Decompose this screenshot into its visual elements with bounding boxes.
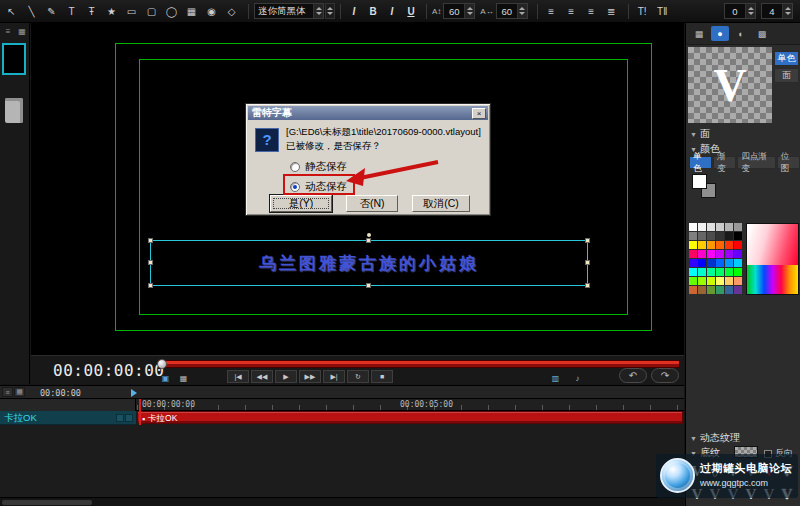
- collapse-caret-icon[interactable]: ▼: [690, 435, 697, 442]
- color-swatch[interactable]: [725, 268, 733, 276]
- tab-four-point-gradient[interactable]: 四点渐变: [737, 156, 775, 169]
- selection-handle[interactable]: [366, 238, 371, 243]
- color-swatch[interactable]: [716, 268, 724, 276]
- safe-area-button[interactable]: ▦: [176, 372, 191, 384]
- color-swatch[interactable]: [725, 286, 733, 294]
- subtitle-text[interactable]: 乌兰图雅蒙古族的小姑娘: [151, 252, 587, 275]
- stop-button[interactable]: ■: [371, 370, 393, 383]
- kerning-field[interactable]: 0: [724, 3, 756, 19]
- color-swatch[interactable]: [689, 286, 697, 294]
- color-swatch[interactable]: [725, 259, 733, 267]
- tab-solid[interactable]: 单色: [774, 51, 799, 66]
- color-swatch[interactable]: [707, 259, 715, 267]
- color-swatch[interactable]: [689, 241, 697, 249]
- color-swatch[interactable]: [698, 277, 706, 285]
- ellipse-tool[interactable]: ◯: [163, 3, 180, 20]
- color-swatch[interactable]: [689, 250, 697, 258]
- color-swatch[interactable]: [707, 250, 715, 258]
- saturation-gradient[interactable]: [747, 224, 798, 265]
- font-size-field[interactable]: A↕ 60: [432, 3, 475, 19]
- playhead-marker-icon[interactable]: [131, 389, 137, 397]
- color-swatch[interactable]: [707, 277, 715, 285]
- selection-handle[interactable]: [585, 238, 590, 243]
- color-swatch[interactable]: [698, 259, 706, 267]
- color-swatch[interactable]: [707, 268, 715, 276]
- align-center-button[interactable]: ≡: [563, 3, 580, 20]
- color-swatch[interactable]: [689, 223, 697, 231]
- scrollbar-thumb[interactable]: [2, 500, 92, 505]
- color-swatch[interactable]: [698, 250, 706, 258]
- karaoke-clip[interactable]: ▪ 卡拉OK: [137, 411, 683, 424]
- title-thumbnail[interactable]: [2, 43, 26, 75]
- face-section-header[interactable]: ▼面: [690, 127, 710, 141]
- color-swatch[interactable]: [698, 268, 706, 276]
- track-header[interactable]: 卡拉OK: [0, 411, 136, 425]
- jog-button[interactable]: ↶: [619, 368, 647, 383]
- color-swatch[interactable]: [734, 277, 742, 285]
- color-swatch[interactable]: [707, 241, 715, 249]
- texture-section-header[interactable]: ▼动态纹理: [690, 431, 740, 445]
- rectangle-tool[interactable]: ▭: [123, 3, 140, 20]
- cancel-button[interactable]: 取消(C): [412, 195, 470, 212]
- color-swatch[interactable]: [734, 268, 742, 276]
- color-swatch[interactable]: [716, 241, 724, 249]
- horizontal-text-button[interactable]: T!: [634, 3, 651, 20]
- color-swatch[interactable]: [716, 277, 724, 285]
- circle-tool[interactable]: ◉: [203, 3, 220, 20]
- collapse-caret-icon[interactable]: ▼: [690, 131, 697, 138]
- color-swatch[interactable]: [716, 232, 724, 240]
- effect-tool[interactable]: ★: [103, 3, 120, 20]
- panel-menu-icon[interactable]: ▩: [753, 26, 771, 41]
- selection-handle[interactable]: [366, 283, 371, 288]
- yes-button[interactable]: 是(Y): [270, 195, 332, 212]
- track-mute-toggle[interactable]: [116, 414, 124, 422]
- loop-button[interactable]: ↻: [347, 370, 369, 383]
- color-swatch[interactable]: [689, 268, 697, 276]
- flat-preview-button[interactable]: ◐: [732, 26, 750, 41]
- color-swatch[interactable]: [689, 232, 697, 240]
- font-size-stepper[interactable]: [464, 4, 474, 18]
- clip-monitor-button[interactable]: ▥: [548, 372, 563, 384]
- line-spacing-stepper[interactable]: [517, 4, 527, 18]
- polygon-tool[interactable]: ◇: [223, 3, 240, 20]
- align-justify-button[interactable]: ≣: [603, 3, 620, 20]
- selection-handle[interactable]: [148, 238, 153, 243]
- timeline-ruler[interactable]: 00:00:00:00 00:00:05:00: [0, 399, 684, 411]
- no-button[interactable]: 否(N): [346, 195, 398, 212]
- pencil-tool[interactable]: ✎: [43, 3, 60, 20]
- rewind-button[interactable]: ◀◀: [251, 370, 273, 383]
- dialog-titlebar[interactable]: 雷特字幕 ×: [248, 106, 488, 120]
- color-picker-gradient[interactable]: [746, 223, 799, 295]
- shuttle-button[interactable]: ↷: [651, 368, 679, 383]
- leading-stepper[interactable]: [782, 4, 792, 18]
- tab-bitmap[interactable]: 位图: [777, 156, 800, 169]
- playhead[interactable]: [139, 399, 141, 425]
- color-swatch[interactable]: [734, 241, 742, 249]
- color-swatch[interactable]: [707, 223, 715, 231]
- color-swatch[interactable]: [698, 286, 706, 294]
- color-swatch[interactable]: [698, 232, 706, 240]
- font-size-spinner[interactable]: [325, 3, 335, 19]
- align-right-button[interactable]: ≡: [583, 3, 600, 20]
- color-swatch[interactable]: [725, 223, 733, 231]
- color-swatch[interactable]: [698, 241, 706, 249]
- italic-button[interactable]: I: [384, 3, 400, 19]
- color-swatch[interactable]: [725, 241, 733, 249]
- color-swatch[interactable]: [734, 250, 742, 258]
- position-slider-handle[interactable]: [157, 359, 167, 369]
- sphere-preview-button[interactable]: ●: [711, 26, 729, 41]
- color-swatch[interactable]: [698, 223, 706, 231]
- color-swatch[interactable]: [725, 232, 733, 240]
- font-family-select[interactable]: 迷你简黑体: [254, 3, 324, 19]
- monitor-mode-button[interactable]: ▣: [158, 372, 173, 384]
- position-slider[interactable]: [158, 360, 680, 368]
- line-tool[interactable]: ╲: [23, 3, 40, 20]
- align-left-button[interactable]: ≡: [543, 3, 560, 20]
- selection-handle[interactable]: [148, 283, 153, 288]
- color-swatch[interactable]: [734, 286, 742, 294]
- leading-field[interactable]: 4: [761, 3, 793, 19]
- color-swatch[interactable]: [734, 259, 742, 267]
- template-page-icon[interactable]: [5, 98, 23, 123]
- color-swatch[interactable]: [716, 223, 724, 231]
- track-list-icon[interactable]: ≡: [3, 26, 14, 37]
